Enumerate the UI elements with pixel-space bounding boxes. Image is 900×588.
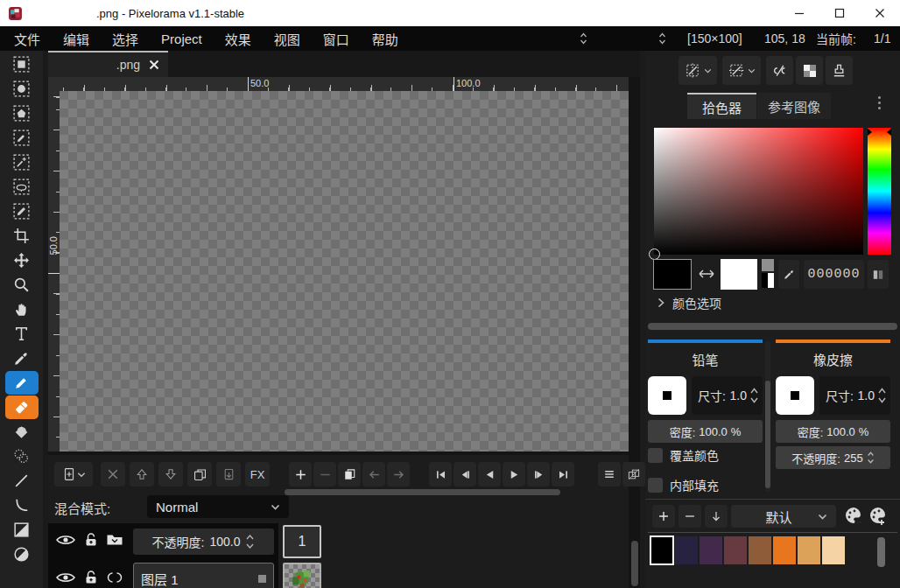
pencil-size-spinbox[interactable]: 尺寸: 1.0 [692,376,763,415]
tool-ellipse-select[interactable] [5,77,39,101]
onion-skinning-button[interactable] [622,462,645,486]
move-layer-down-button[interactable] [158,462,183,486]
tool-line[interactable] [5,469,39,493]
next-frame-button[interactable] [527,462,550,486]
blend-mode-dropdown[interactable]: Normal [147,495,289,518]
frames-horizontal-scrollbar[interactable] [285,489,560,495]
menu-select[interactable]: 选择 [101,30,150,48]
tab-close-icon[interactable] [149,60,159,70]
tool-color-select[interactable] [5,126,39,150]
frame-header-button[interactable]: 1 [283,525,321,558]
project-tab[interactable]: .png [48,51,168,77]
zoom-spinner-icon[interactable] [658,32,666,46]
remove-frame-button[interactable] [313,462,336,486]
palette-color-6[interactable] [798,536,820,564]
add-layer-button[interactable] [54,462,93,486]
tool-lasso-select[interactable] [5,175,39,199]
previous-frame-button[interactable] [454,462,476,486]
cel-thumbnail[interactable] [283,563,321,588]
edit-palette-button[interactable] [841,503,866,528]
picker-horizontal-scrollbar[interactable] [648,323,897,330]
tool-paint-select[interactable] [5,200,39,223]
pencil-brush-button[interactable] [648,376,686,415]
layer-visibility-toggle[interactable] [55,570,76,587]
layer-lock-toggle[interactable] [83,532,99,550]
layer-visibility-toggle[interactable] [55,533,76,550]
palette-color-5[interactable] [773,536,796,564]
sort-palette-button[interactable] [705,505,728,528]
menu-window[interactable]: 窗口 [312,30,361,48]
tool-rectangle[interactable] [5,518,39,542]
default-colors-bottom[interactable] [762,273,774,288]
menu-project[interactable]: Project [150,32,214,46]
palette-select-dropdown[interactable]: 默认 [731,505,836,528]
move-layer-up-button[interactable] [130,462,154,486]
sv-gradient-box[interactable] [654,128,863,255]
layer-opacity-spinbox[interactable]: 不透明度: 100.0 [133,528,274,555]
first-frame-button[interactable] [429,462,452,486]
tool-ellipse[interactable] [5,542,39,566]
eraser-density-slider[interactable]: 密度: 100.0 % [776,420,890,443]
play-button[interactable] [503,462,525,486]
eraser-size-spinbox[interactable]: 尺寸: 1.0 [819,376,890,415]
palette-scrollbar-thumb[interactable] [877,537,885,567]
pencil-density-slider[interactable]: 密度: 100.0 % [648,420,763,443]
stamp-button[interactable] [826,56,853,85]
mirror-vertical-button[interactable] [722,56,761,85]
mirror-horizontal-button[interactable] [679,56,717,85]
palette-color-0[interactable] [650,536,673,564]
pen-dynamics-button[interactable] [766,56,793,85]
timeline-vertical-scrollbar[interactable] [631,541,638,586]
hue-slider[interactable] [868,128,891,255]
default-colors-top[interactable] [762,259,774,271]
palette-color-7[interactable] [822,536,845,564]
palette-color-1[interactable] [675,536,698,564]
tool-options-scrollbar[interactable] [765,341,770,492]
eyedropper-button[interactable] [778,260,799,289]
tool-crop[interactable] [5,224,39,248]
palette-color-4[interactable] [749,536,771,564]
last-frame-button[interactable] [552,462,574,486]
overwrite-color-checkbox[interactable] [648,448,663,463]
merge-layer-button[interactable] [216,462,241,486]
play-backwards-button[interactable] [478,462,501,486]
delete-layer-button[interactable] [101,462,125,486]
tool-polygon-select[interactable] [5,102,39,125]
layer-name-button[interactable]: 图层 1 [133,563,274,588]
add-frame-button[interactable] [289,462,312,486]
menu-help[interactable]: 帮助 [361,30,410,48]
canvas[interactable] [60,91,629,452]
layer-expand-handle[interactable] [258,575,266,583]
move-frame-left-button[interactable] [362,462,385,486]
menu-view[interactable]: 视图 [263,30,312,48]
layer-link-cels-toggle[interactable] [106,570,123,587]
remove-palette-color-button[interactable] [679,505,701,528]
new-palette-button[interactable] [866,503,890,528]
menu-file[interactable]: 文件 [3,30,52,48]
clone-layer-button[interactable] [187,462,212,486]
color-mode-button[interactable] [868,260,889,289]
tool-options-scrollbar-thumb[interactable] [765,381,770,488]
palette-color-3[interactable] [724,536,747,564]
tool-pan[interactable] [5,298,39,321]
maximize-button[interactable] [819,0,860,26]
tool-move[interactable] [5,248,39,272]
tool-eraser[interactable] [5,396,39,419]
palette-color-2[interactable] [700,536,722,564]
vertical-ruler[interactable]: 50.0 [48,91,60,452]
patterns-button[interactable] [796,56,823,85]
tool-zoom[interactable] [5,273,39,297]
tool-shading[interactable] [5,444,39,468]
menu-effects[interactable]: 效果 [214,30,263,48]
timeline-settings-button[interactable] [598,462,621,486]
secondary-color-swatch[interactable] [721,259,757,290]
swap-colors-icon[interactable] [697,267,716,281]
layer-group-button[interactable] [106,533,123,550]
rotation-spinner-icon[interactable] [580,32,587,46]
layer-fx-button[interactable]: FX [245,462,270,486]
primary-color-swatch[interactable] [653,259,692,290]
layer-lock-toggle[interactable] [83,570,99,588]
color-options-expander[interactable]: 颜色选项 [657,294,721,312]
tool-text[interactable] [5,322,39,346]
minimize-button[interactable] [779,0,819,26]
